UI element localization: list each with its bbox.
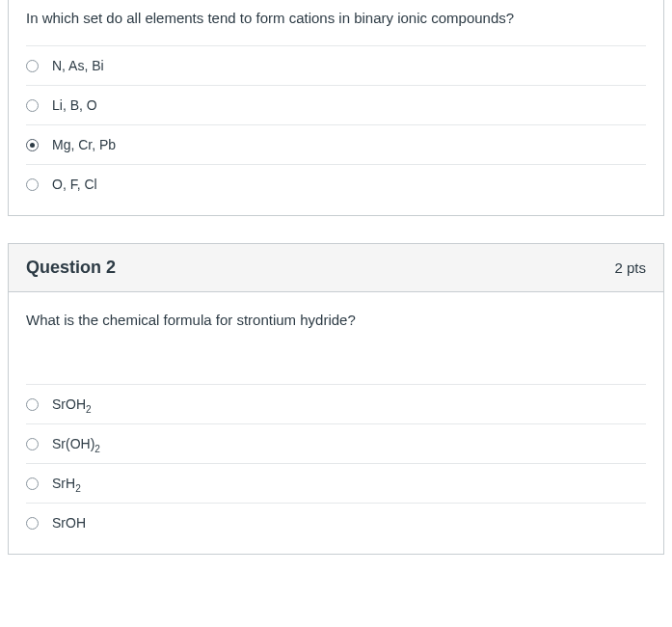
q1-option-2[interactable]: Mg, Cr, Pb: [26, 124, 646, 164]
radio-icon[interactable]: [26, 398, 39, 411]
option-label: SrH2: [52, 476, 81, 491]
radio-icon[interactable]: [26, 517, 39, 530]
option-label: N, As, Bi: [52, 58, 104, 73]
radio-icon[interactable]: [26, 477, 39, 490]
question-1-text: In which set do all elements tend to for…: [9, 0, 663, 45]
radio-icon[interactable]: [26, 438, 39, 450]
option-label: Mg, Cr, Pb: [52, 137, 116, 152]
radio-icon[interactable]: [26, 99, 39, 112]
q1-option-3[interactable]: O, F, Cl: [26, 164, 646, 198]
radio-icon[interactable]: [26, 139, 39, 151]
question-1-options: N, As, BiLi, B, OMg, Cr, PbO, F, Cl: [9, 45, 663, 215]
q1-option-1[interactable]: Li, B, O: [26, 85, 646, 124]
question-2-header: Question 2 2 pts: [9, 244, 663, 292]
question-2-points: 2 pts: [614, 259, 646, 276]
question-1-card: In which set do all elements tend to for…: [8, 0, 664, 216]
radio-icon[interactable]: [26, 60, 39, 72]
option-label: SrOH: [52, 515, 86, 531]
question-2-title: Question 2: [26, 258, 116, 278]
q1-option-0[interactable]: N, As, Bi: [26, 45, 646, 85]
q2-option-1[interactable]: Sr(OH)2: [26, 423, 646, 463]
question-2-options: SrOH2Sr(OH)2SrH2SrOH: [9, 384, 663, 554]
option-label: Li, B, O: [52, 97, 97, 113]
option-label: Sr(OH)2: [52, 436, 100, 451]
q2-option-2[interactable]: SrH2: [26, 463, 646, 503]
question-2-card: Question 2 2 pts What is the chemical fo…: [8, 243, 664, 555]
q2-option-0[interactable]: SrOH2: [26, 384, 646, 423]
question-2-text: What is the chemical formula for stronti…: [9, 292, 663, 384]
radio-icon[interactable]: [26, 178, 39, 191]
option-label: SrOH2: [52, 396, 92, 412]
q2-option-3[interactable]: SrOH: [26, 503, 646, 536]
option-label: O, F, Cl: [52, 177, 97, 192]
